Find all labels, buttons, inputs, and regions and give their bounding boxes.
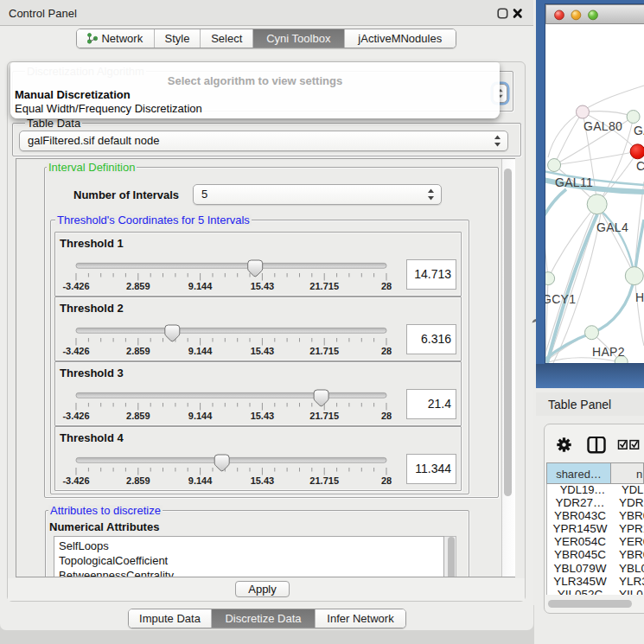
svg-text:15.43: 15.43 [251, 475, 275, 486]
svg-text:2.859: 2.859 [126, 281, 150, 291]
svg-text:21.715: 21.715 [309, 475, 339, 486]
svg-text:15.43: 15.43 [251, 411, 275, 421]
svg-text:21.715: 21.715 [309, 281, 339, 291]
svg-text:28: 28 [381, 281, 392, 291]
svg-text:9.144: 9.144 [188, 475, 213, 486]
svg-text:2.859: 2.859 [126, 346, 150, 356]
svg-text:21.715: 21.715 [309, 346, 339, 356]
svg-text:-3.426: -3.426 [62, 475, 89, 486]
svg-text:2.859: 2.859 [126, 411, 150, 421]
svg-text:9.144: 9.144 [188, 346, 213, 356]
svg-text:15.43: 15.43 [251, 346, 275, 356]
svg-text:15.43: 15.43 [251, 281, 275, 291]
svg-text:-3.426: -3.426 [62, 346, 89, 356]
svg-text:28: 28 [381, 475, 392, 486]
svg-text:9.144: 9.144 [188, 411, 213, 421]
svg-text:28: 28 [381, 411, 392, 421]
svg-text:-3.426: -3.426 [62, 411, 89, 421]
svg-text:GAL11: GAL11 [555, 175, 593, 189]
svg-text:-3.426: -3.426 [62, 281, 89, 291]
svg-text:GA: GA [634, 124, 644, 137]
svg-text:GAL4: GAL4 [596, 220, 628, 234]
svg-text:HAP2: HAP2 [592, 345, 625, 359]
svg-text:H: H [635, 290, 644, 304]
svg-text:28: 28 [381, 346, 392, 356]
svg-text:2.859: 2.859 [126, 475, 150, 486]
svg-text:GCY1: GCY1 [545, 292, 576, 306]
svg-text:21.715: 21.715 [309, 411, 339, 421]
svg-text:9.144: 9.144 [188, 281, 213, 291]
svg-text:C: C [636, 159, 644, 173]
svg-text:GAL80: GAL80 [583, 119, 622, 133]
